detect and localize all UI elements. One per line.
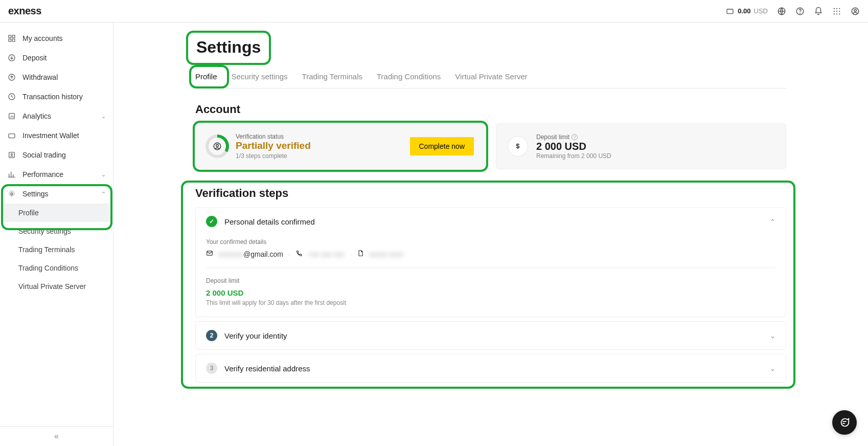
sidebar-item-social-trading[interactable]: Social trading	[0, 145, 113, 165]
chevron-up-icon: ⌃	[101, 191, 106, 197]
svg-point-3	[800, 13, 801, 13]
limit-sub: Remaining from 2 000 USD	[536, 152, 611, 160]
check-icon: ✓	[206, 216, 217, 227]
phone-icon	[295, 250, 303, 258]
sidebar-sub-profile[interactable]: Profile	[3, 204, 110, 222]
svg-point-11	[836, 13, 837, 14]
apps-icon[interactable]	[832, 7, 841, 16]
svg-point-4	[834, 8, 835, 9]
svg-rect-18	[12, 39, 15, 41]
chevron-down-icon: ⌄	[101, 171, 106, 178]
sidebar-item-investment-wallet[interactable]: Investment Wallet	[0, 126, 113, 145]
deposit-icon	[7, 53, 16, 62]
step-verify-address: 3 Verify residential address ⌄	[195, 354, 786, 383]
status-progress-icon	[207, 136, 227, 157]
tab-vps[interactable]: Virtual Private Server	[455, 68, 527, 88]
step-verify-identity: 2 Verify your identity ⌄	[195, 321, 786, 350]
history-icon	[7, 92, 16, 101]
wallet-icon	[725, 7, 735, 16]
confirmed-details-label: Your confirmed details	[206, 238, 775, 246]
page-title: Settings	[195, 38, 262, 57]
svg-point-28	[216, 144, 219, 147]
limit-value: 2 000 USD	[536, 141, 611, 152]
sidebar-item-performance[interactable]: Performance ⌄	[0, 165, 113, 184]
tab-security[interactable]: Security settings	[232, 68, 288, 88]
balance-amount: 0.00	[738, 7, 750, 15]
tab-profile[interactable]: Profile	[195, 68, 217, 88]
balance-display[interactable]: 0.00 USD	[725, 7, 768, 16]
sidebar-sub-security[interactable]: Security settings	[0, 222, 113, 240]
verification-status-card: Verification status Partially verified 1…	[195, 123, 486, 169]
balance-currency: USD	[754, 7, 768, 15]
step-1-title: Personal details confirmed	[224, 217, 315, 226]
sidebar-label: Investment Wallet	[22, 131, 79, 140]
svg-point-9	[839, 10, 840, 11]
sidebar-label: Withdrawal	[22, 73, 58, 81]
tabs: Profile Security settings Trading Termin…	[195, 68, 786, 88]
help-icon[interactable]	[795, 7, 805, 16]
sidebar-label: Analytics	[22, 112, 51, 120]
collapse-sidebar-button[interactable]: «	[0, 426, 113, 446]
email-redacted: xxxxxxx	[218, 250, 243, 258]
status-label: Verification status	[236, 133, 311, 140]
step-personal-details: ✓ Personal details confirmed ⌃ Your conf…	[195, 207, 786, 317]
svg-point-5	[836, 8, 837, 9]
chevron-up-icon: ⌃	[770, 218, 775, 226]
sidebar-sub-vps[interactable]: Virtual Private Server	[0, 277, 113, 296]
svg-point-25	[11, 153, 13, 155]
sidebar-label: Performance	[22, 170, 63, 179]
sidebar-item-settings[interactable]: Settings ⌃	[0, 184, 113, 204]
account-section-title: Account	[195, 103, 786, 116]
performance-icon	[7, 170, 16, 179]
sidebar-item-my-accounts[interactable]: My accounts	[0, 29, 113, 48]
phone-redacted: +xx xxx xxx	[308, 250, 345, 258]
sidebar-label: Transaction history	[22, 93, 83, 101]
sidebar-item-transaction-history[interactable]: Transaction history	[0, 87, 113, 106]
sidebar-item-analytics[interactable]: Analytics ⌄	[0, 106, 113, 126]
tab-conditions[interactable]: Trading Conditions	[377, 68, 441, 88]
document-icon	[357, 250, 364, 258]
sidebar-label: Social trading	[22, 151, 66, 159]
status-value: Partially verified	[236, 140, 311, 151]
limit-label: Deposit limit ?	[536, 133, 611, 141]
step-3-title: Verify residential address	[224, 364, 310, 373]
svg-rect-15	[9, 35, 11, 38]
sidebar: My accounts Deposit Withdrawal Transacti…	[0, 23, 113, 446]
globe-icon[interactable]	[777, 7, 786, 16]
step-head-2[interactable]: 2 Verify your identity ⌄	[196, 322, 786, 349]
deposit-limit-note: This limit will apply for 30 days after …	[206, 299, 775, 306]
chevron-down-icon: ⌄	[101, 113, 106, 120]
sidebar-item-deposit[interactable]: Deposit	[0, 48, 113, 68]
sidebar-item-withdrawal[interactable]: Withdrawal	[0, 68, 113, 87]
info-icon[interactable]: ?	[572, 134, 578, 140]
svg-rect-23	[9, 134, 15, 138]
sidebar-label: My accounts	[22, 34, 63, 42]
svg-point-6	[839, 8, 840, 9]
svg-rect-17	[9, 39, 11, 41]
withdraw-icon	[7, 73, 16, 82]
complete-now-button[interactable]: Complete now	[410, 137, 474, 155]
bell-icon[interactable]	[814, 7, 823, 16]
mail-icon	[206, 250, 213, 258]
sidebar-sub-terminals[interactable]: Trading Terminals	[0, 240, 113, 259]
sidebar-label: Deposit	[22, 54, 47, 62]
sidebar-sub-conditions[interactable]: Trading Conditions	[0, 259, 113, 277]
svg-point-7	[834, 10, 835, 11]
step-head-1[interactable]: ✓ Personal details confirmed ⌃	[196, 208, 786, 235]
tab-terminals[interactable]: Trading Terminals	[302, 68, 362, 88]
step-number-badge: 3	[206, 363, 217, 374]
svg-rect-16	[12, 35, 15, 38]
svg-point-26	[11, 193, 13, 195]
user-icon[interactable]	[851, 7, 860, 16]
svg-point-10	[834, 13, 835, 14]
chat-button[interactable]	[832, 410, 857, 435]
sidebar-label: Settings	[22, 190, 49, 198]
svg-point-8	[836, 10, 837, 11]
chevron-down-icon: ⌄	[770, 365, 775, 372]
wallet-icon	[7, 131, 16, 140]
step-number-badge: 2	[206, 330, 217, 341]
analytics-icon	[7, 112, 16, 121]
step-head-3[interactable]: 3 Verify residential address ⌄	[196, 354, 786, 382]
social-icon	[7, 150, 16, 160]
deposit-limit-card: Deposit limit ? 2 000 USD Remaining from…	[496, 123, 786, 169]
